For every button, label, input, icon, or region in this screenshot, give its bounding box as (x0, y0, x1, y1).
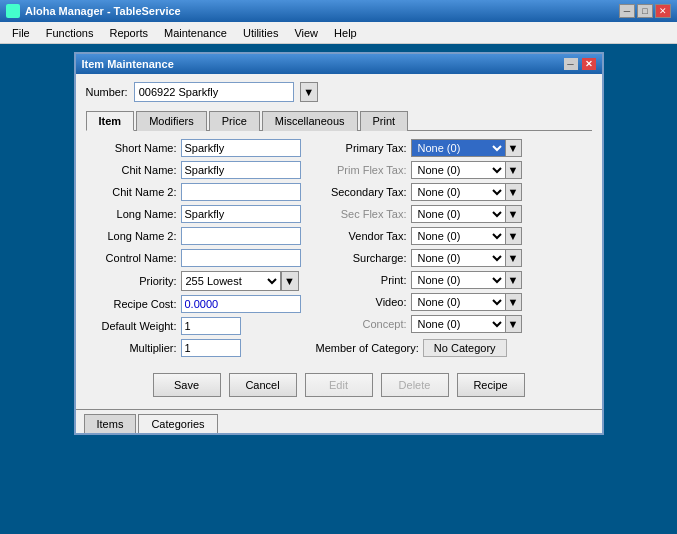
video-dropdown[interactable]: ▼ (506, 293, 522, 311)
delete-button[interactable]: Delete (381, 373, 449, 397)
print-dropdown[interactable]: ▼ (506, 271, 522, 289)
minimize-button[interactable]: ─ (619, 4, 635, 18)
short-name-label: Short Name: (86, 142, 181, 154)
close-button[interactable]: ✕ (655, 4, 671, 18)
dialog-content: Number: ▼ Item Modifiers Price Miscellan… (76, 74, 602, 409)
priority-dropdown-btn[interactable]: ▼ (281, 271, 299, 291)
sec-flex-tax-label: Sec Flex Tax: (316, 208, 411, 220)
edit-button[interactable]: Edit (305, 373, 373, 397)
maximize-button[interactable]: □ (637, 4, 653, 18)
secondary-tax-dropdown[interactable]: ▼ (506, 183, 522, 201)
sec-flex-tax-row: Sec Flex Tax: None (0) ▼ (316, 205, 592, 223)
long-name2-label: Long Name 2: (86, 230, 181, 242)
sec-flex-tax-select[interactable]: None (0) (411, 205, 506, 223)
menu-help[interactable]: Help (326, 25, 365, 41)
surcharge-label: Surcharge: (316, 252, 411, 264)
primary-tax-label: Primary Tax: (316, 142, 411, 154)
bottom-tab-categories[interactable]: Categories (138, 414, 217, 433)
category-row: Member of Category: No Category (316, 339, 592, 357)
print-select[interactable]: None (0) (411, 271, 506, 289)
control-name-input[interactable] (181, 249, 301, 267)
priority-select[interactable]: 255 Lowest (181, 271, 281, 291)
form-body: Short Name: Chit Name: Chit Name 2: Long… (86, 139, 592, 361)
concept-label: Concept: (316, 318, 411, 330)
concept-row: Concept: None (0) ▼ (316, 315, 592, 333)
chit-name-row: Chit Name: (86, 161, 306, 179)
number-dropdown-button[interactable]: ▼ (300, 82, 318, 102)
vendor-tax-select[interactable]: None (0) (411, 227, 506, 245)
recipe-button[interactable]: Recipe (457, 373, 525, 397)
menu-functions[interactable]: Functions (38, 25, 102, 41)
surcharge-row: Surcharge: None (0) ▼ (316, 249, 592, 267)
chit-name2-label: Chit Name 2: (86, 186, 181, 198)
form-right: Primary Tax: None (0) ▼ Prim Flex Tax: (316, 139, 592, 361)
save-button[interactable]: Save (153, 373, 221, 397)
short-name-input[interactable] (181, 139, 301, 157)
title-bar: Aloha Manager - TableService ─ □ ✕ (0, 0, 677, 22)
sec-flex-tax-dropdown[interactable]: ▼ (506, 205, 522, 223)
primary-tax-select[interactable]: None (0) (411, 139, 506, 157)
menu-view[interactable]: View (286, 25, 326, 41)
number-label: Number: (86, 86, 128, 98)
print-row: Print: None (0) ▼ (316, 271, 592, 289)
bottom-tab-bar: Items Categories (76, 409, 602, 433)
prim-flex-tax-dropdown[interactable]: ▼ (506, 161, 522, 179)
prim-flex-tax-label: Prim Flex Tax: (316, 164, 411, 176)
video-select[interactable]: None (0) (411, 293, 506, 311)
chit-name-input[interactable] (181, 161, 301, 179)
multiplier-row: Multiplier: (86, 339, 306, 357)
menu-file[interactable]: File (4, 25, 38, 41)
number-row: Number: ▼ (86, 82, 592, 102)
default-weight-input[interactable] (181, 317, 241, 335)
tab-miscellaneous[interactable]: Miscellaneous (262, 111, 358, 131)
prim-flex-tax-row: Prim Flex Tax: None (0) ▼ (316, 161, 592, 179)
control-name-label: Control Name: (86, 252, 181, 264)
multiplier-input[interactable] (181, 339, 241, 357)
print-label: Print: (316, 274, 411, 286)
video-row: Video: None (0) ▼ (316, 293, 592, 311)
concept-dropdown[interactable]: ▼ (506, 315, 522, 333)
cancel-button[interactable]: Cancel (229, 373, 297, 397)
vendor-tax-dropdown[interactable]: ▼ (506, 227, 522, 245)
category-label: Member of Category: (316, 342, 423, 354)
tab-bar: Item Modifiers Price Miscellaneous Print (86, 110, 592, 131)
concept-select[interactable]: None (0) (411, 315, 506, 333)
chit-name2-input[interactable] (181, 183, 301, 201)
default-weight-label: Default Weight: (86, 320, 181, 332)
bottom-tab-items[interactable]: Items (84, 414, 137, 433)
surcharge-dropdown[interactable]: ▼ (506, 249, 522, 267)
menu-reports[interactable]: Reports (101, 25, 156, 41)
dialog-close-button[interactable]: ✕ (582, 58, 596, 70)
dialog-buttons: Save Cancel Edit Delete Recipe (86, 373, 592, 401)
long-name-row: Long Name: (86, 205, 306, 223)
short-name-row: Short Name: (86, 139, 306, 157)
tab-item[interactable]: Item (86, 111, 135, 131)
vendor-tax-label: Vendor Tax: (316, 230, 411, 242)
tab-print[interactable]: Print (360, 111, 409, 131)
tab-modifiers[interactable]: Modifiers (136, 111, 207, 131)
priority-label: Priority: (86, 275, 181, 287)
category-value: No Category (423, 339, 507, 357)
menu-utilities[interactable]: Utilities (235, 25, 286, 41)
recipe-cost-input[interactable] (181, 295, 301, 313)
control-name-row: Control Name: (86, 249, 306, 267)
primary-tax-dropdown[interactable]: ▼ (506, 139, 522, 157)
surcharge-select[interactable]: None (0) (411, 249, 506, 267)
long-name-label: Long Name: (86, 208, 181, 220)
menu-maintenance[interactable]: Maintenance (156, 25, 235, 41)
tab-price[interactable]: Price (209, 111, 260, 131)
video-label: Video: (316, 296, 411, 308)
long-name2-row: Long Name 2: (86, 227, 306, 245)
number-input[interactable] (134, 82, 294, 102)
multiplier-label: Multiplier: (86, 342, 181, 354)
long-name2-input[interactable] (181, 227, 301, 245)
recipe-cost-label: Recipe Cost: (86, 298, 181, 310)
primary-tax-row: Primary Tax: None (0) ▼ (316, 139, 592, 157)
prim-flex-tax-select[interactable]: None (0) (411, 161, 506, 179)
dialog-minimize-button[interactable]: ─ (564, 58, 578, 70)
form-left: Short Name: Chit Name: Chit Name 2: Long… (86, 139, 306, 361)
secondary-tax-row: Secondary Tax: None (0) ▼ (316, 183, 592, 201)
long-name-input[interactable] (181, 205, 301, 223)
secondary-tax-select[interactable]: None (0) (411, 183, 506, 201)
app-title: Aloha Manager - TableService (25, 5, 181, 17)
